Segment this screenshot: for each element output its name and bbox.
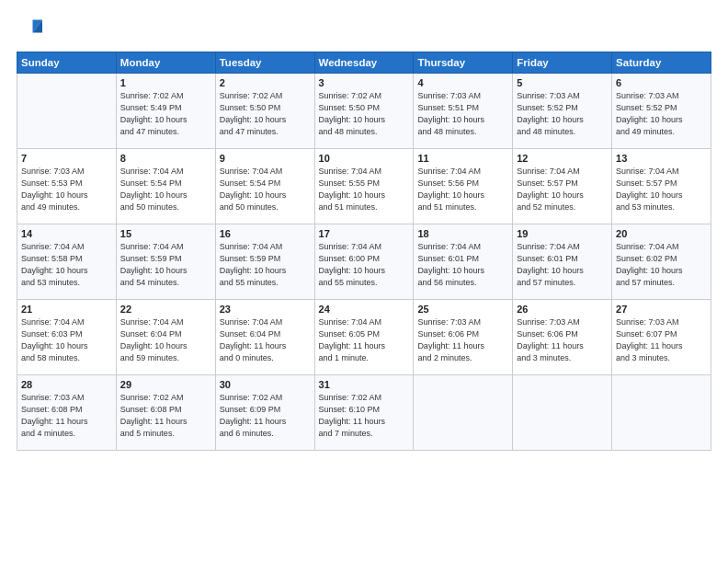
day-number: 11 xyxy=(417,153,508,164)
day-number: 20 xyxy=(616,228,707,239)
day-info: Sunrise: 7:04 AM Sunset: 5:56 PM Dayligh… xyxy=(417,166,508,213)
day-number: 26 xyxy=(517,304,608,315)
calendar-cell: 23Sunrise: 7:04 AM Sunset: 6:04 PM Dayli… xyxy=(215,300,314,375)
calendar-cell: 7Sunrise: 7:03 AM Sunset: 5:53 PM Daylig… xyxy=(17,149,117,224)
calendar-cell: 19Sunrise: 7:04 AM Sunset: 6:01 PM Dayli… xyxy=(513,224,612,300)
calendar-cell: 10Sunrise: 7:04 AM Sunset: 5:55 PM Dayli… xyxy=(314,149,414,224)
calendar-cell: 6Sunrise: 7:03 AM Sunset: 5:52 PM Daylig… xyxy=(612,74,711,149)
day-number: 21 xyxy=(21,304,112,315)
day-info: Sunrise: 7:04 AM Sunset: 5:59 PM Dayligh… xyxy=(220,241,311,289)
calendar-cell: 31Sunrise: 7:02 AM Sunset: 6:10 PM Dayli… xyxy=(314,375,414,451)
day-info: Sunrise: 7:03 AM Sunset: 5:52 PM Dayligh… xyxy=(517,90,608,138)
calendar-cell: 15Sunrise: 7:04 AM Sunset: 5:59 PM Dayli… xyxy=(116,224,215,300)
day-number: 18 xyxy=(417,228,508,239)
day-number: 22 xyxy=(120,304,211,315)
day-number: 14 xyxy=(21,228,112,239)
logo-icon xyxy=(17,17,42,42)
day-info: Sunrise: 7:04 AM Sunset: 5:54 PM Dayligh… xyxy=(220,166,311,213)
day-number: 6 xyxy=(616,77,707,88)
calendar-cell: 28Sunrise: 7:03 AM Sunset: 6:08 PM Dayli… xyxy=(17,375,117,451)
day-info: Sunrise: 7:02 AM Sunset: 5:49 PM Dayligh… xyxy=(120,90,211,138)
calendar-cell: 13Sunrise: 7:04 AM Sunset: 5:57 PM Dayli… xyxy=(612,149,711,224)
header-friday: Friday xyxy=(513,52,612,74)
calendar-cell: 20Sunrise: 7:04 AM Sunset: 6:02 PM Dayli… xyxy=(612,224,711,300)
calendar-cell: 24Sunrise: 7:04 AM Sunset: 6:05 PM Dayli… xyxy=(314,300,414,375)
day-number: 8 xyxy=(120,153,211,164)
day-number: 16 xyxy=(220,228,311,239)
day-number: 2 xyxy=(220,77,311,88)
calendar-cell: 27Sunrise: 7:03 AM Sunset: 6:07 PM Dayli… xyxy=(612,300,711,375)
calendar-week-row: 28Sunrise: 7:03 AM Sunset: 6:08 PM Dayli… xyxy=(17,375,711,451)
calendar-cell: 3Sunrise: 7:02 AM Sunset: 5:50 PM Daylig… xyxy=(314,74,414,149)
day-info: Sunrise: 7:04 AM Sunset: 5:54 PM Dayligh… xyxy=(120,166,211,213)
day-info: Sunrise: 7:03 AM Sunset: 5:52 PM Dayligh… xyxy=(616,90,707,138)
day-number: 30 xyxy=(220,379,311,390)
day-number: 12 xyxy=(517,153,608,164)
day-info: Sunrise: 7:04 AM Sunset: 5:57 PM Dayligh… xyxy=(616,166,707,213)
day-info: Sunrise: 7:04 AM Sunset: 6:05 PM Dayligh… xyxy=(319,316,410,364)
calendar-cell: 26Sunrise: 7:03 AM Sunset: 6:06 PM Dayli… xyxy=(513,300,612,375)
calendar-cell xyxy=(513,375,612,451)
calendar-cell: 4Sunrise: 7:03 AM Sunset: 5:51 PM Daylig… xyxy=(414,74,513,149)
calendar-cell: 8Sunrise: 7:04 AM Sunset: 5:54 PM Daylig… xyxy=(116,149,215,224)
calendar-cell: 12Sunrise: 7:04 AM Sunset: 5:57 PM Dayli… xyxy=(513,149,612,224)
calendar-week-row: 7Sunrise: 7:03 AM Sunset: 5:53 PM Daylig… xyxy=(17,149,711,224)
day-info: Sunrise: 7:03 AM Sunset: 6:07 PM Dayligh… xyxy=(616,316,707,364)
day-info: Sunrise: 7:04 AM Sunset: 6:03 PM Dayligh… xyxy=(21,316,112,364)
header xyxy=(17,17,711,42)
day-number: 7 xyxy=(21,153,112,164)
day-number: 1 xyxy=(120,77,211,88)
header-saturday: Saturday xyxy=(612,52,711,74)
calendar-cell: 11Sunrise: 7:04 AM Sunset: 5:56 PM Dayli… xyxy=(414,149,513,224)
day-info: Sunrise: 7:02 AM Sunset: 5:50 PM Dayligh… xyxy=(220,90,311,138)
day-number: 5 xyxy=(517,77,608,88)
header-thursday: Thursday xyxy=(414,52,513,74)
day-number: 13 xyxy=(616,153,707,164)
calendar-cell: 29Sunrise: 7:02 AM Sunset: 6:08 PM Dayli… xyxy=(116,375,215,451)
header-wednesday: Wednesday xyxy=(314,52,414,74)
day-info: Sunrise: 7:03 AM Sunset: 5:51 PM Dayligh… xyxy=(417,90,508,138)
logo xyxy=(17,17,46,42)
day-number: 27 xyxy=(616,304,707,315)
calendar-cell: 18Sunrise: 7:04 AM Sunset: 6:01 PM Dayli… xyxy=(414,224,513,300)
day-info: Sunrise: 7:02 AM Sunset: 6:08 PM Dayligh… xyxy=(120,392,211,440)
day-info: Sunrise: 7:03 AM Sunset: 6:06 PM Dayligh… xyxy=(417,316,508,364)
day-info: Sunrise: 7:04 AM Sunset: 6:02 PM Dayligh… xyxy=(616,241,707,289)
calendar-table: SundayMondayTuesdayWednesdayThursdayFrid… xyxy=(17,52,711,451)
calendar-cell: 1Sunrise: 7:02 AM Sunset: 5:49 PM Daylig… xyxy=(116,74,215,149)
calendar-cell xyxy=(612,375,711,451)
day-number: 3 xyxy=(319,77,410,88)
header-sunday: Sunday xyxy=(17,52,117,74)
calendar-cell xyxy=(17,74,117,149)
day-number: 19 xyxy=(517,228,608,239)
calendar-week-row: 21Sunrise: 7:04 AM Sunset: 6:03 PM Dayli… xyxy=(17,300,711,375)
day-info: Sunrise: 7:03 AM Sunset: 5:53 PM Dayligh… xyxy=(21,166,112,213)
day-info: Sunrise: 7:04 AM Sunset: 5:57 PM Dayligh… xyxy=(517,166,608,213)
calendar-cell: 21Sunrise: 7:04 AM Sunset: 6:03 PM Dayli… xyxy=(17,300,117,375)
day-info: Sunrise: 7:02 AM Sunset: 5:50 PM Dayligh… xyxy=(319,90,410,138)
day-number: 4 xyxy=(417,77,508,88)
header-tuesday: Tuesday xyxy=(215,52,314,74)
day-info: Sunrise: 7:04 AM Sunset: 5:59 PM Dayligh… xyxy=(120,241,211,289)
day-info: Sunrise: 7:04 AM Sunset: 5:58 PM Dayligh… xyxy=(21,241,112,289)
day-info: Sunrise: 7:02 AM Sunset: 6:10 PM Dayligh… xyxy=(319,392,410,440)
calendar-week-row: 1Sunrise: 7:02 AM Sunset: 5:49 PM Daylig… xyxy=(17,74,711,149)
calendar-page: SundayMondayTuesdayWednesdayThursdayFrid… xyxy=(0,0,728,563)
day-info: Sunrise: 7:03 AM Sunset: 6:06 PM Dayligh… xyxy=(517,316,608,364)
day-number: 17 xyxy=(319,228,410,239)
day-info: Sunrise: 7:04 AM Sunset: 6:04 PM Dayligh… xyxy=(120,316,211,364)
day-info: Sunrise: 7:04 AM Sunset: 6:04 PM Dayligh… xyxy=(220,316,311,364)
day-number: 23 xyxy=(220,304,311,315)
day-number: 25 xyxy=(417,304,508,315)
calendar-cell: 30Sunrise: 7:02 AM Sunset: 6:09 PM Dayli… xyxy=(215,375,314,451)
calendar-cell xyxy=(414,375,513,451)
day-info: Sunrise: 7:04 AM Sunset: 6:01 PM Dayligh… xyxy=(517,241,608,289)
header-monday: Monday xyxy=(116,52,215,74)
day-info: Sunrise: 7:03 AM Sunset: 6:08 PM Dayligh… xyxy=(21,392,112,440)
day-number: 10 xyxy=(319,153,410,164)
calendar-cell: 9Sunrise: 7:04 AM Sunset: 5:54 PM Daylig… xyxy=(215,149,314,224)
day-number: 15 xyxy=(120,228,211,239)
day-number: 29 xyxy=(120,379,211,390)
day-info: Sunrise: 7:02 AM Sunset: 6:09 PM Dayligh… xyxy=(220,392,311,440)
day-number: 28 xyxy=(21,379,112,390)
